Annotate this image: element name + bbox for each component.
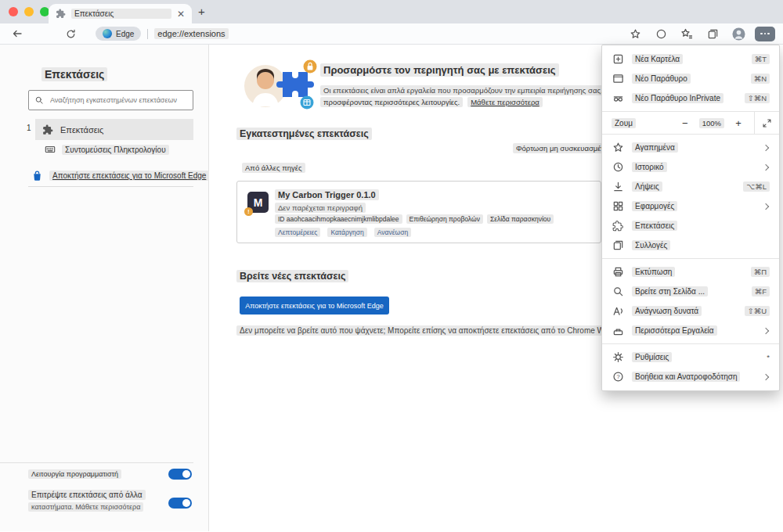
menu-item-label: Νέο Παράθυρο InPrivate	[632, 93, 723, 103]
toolbar-right-icons	[626, 25, 775, 42]
zoom-label: Ζουμ	[612, 118, 636, 128]
extension-id-row: ID aaohcaacihmopkaaecnimjkmlibpdalee Επι…	[275, 214, 554, 224]
menu-item-label: Συλλογές	[632, 240, 670, 250]
background-page-link[interactable]: Σελίδα παρασκηνίου	[487, 214, 554, 224]
learn-more-link[interactable]: Μάθετε περισσότερα	[467, 97, 543, 107]
submenu-arrow-icon	[763, 203, 769, 209]
get-extensions-button[interactable]: Αποκτήστε επεκτάσεις για το Microsoft Ed…	[240, 297, 389, 315]
allow-other-stores-label: Επιτρέψτε επεκτάσεις από άλλα	[28, 490, 146, 500]
profile-avatar[interactable]	[729, 25, 748, 42]
extension-actions-row: Λεπτομέρειες Κατάργηση Ανανέωση	[275, 228, 411, 237]
back-button[interactable]	[8, 25, 27, 42]
menu-item-collections[interactable]: Συλλογές	[602, 235, 779, 255]
fullscreen-icon	[762, 118, 772, 128]
developer-mode-toggle[interactable]	[168, 469, 192, 480]
menu-item-read-aloud[interactable]: Ανάγνωση δυνατά ⇧⌘U	[602, 301, 779, 321]
menu-item-label: Λήψεις	[632, 182, 662, 192]
minimize-window-button[interactable]	[24, 7, 34, 16]
menu-shortcut: ⌥⌘L	[743, 182, 770, 192]
new-window-icon	[612, 73, 624, 84]
printer-icon	[612, 266, 624, 278]
browser-toolbar: Edge edge://extensions	[0, 23, 783, 45]
menu-item-label: Περισσότερα Εργαλεία	[632, 325, 717, 336]
menu-shortcut: ⌘F	[752, 286, 770, 297]
menu-shortcut: ⇧⌘N	[745, 93, 770, 103]
browser-tab-extensions[interactable]: Επεκτάσεις ✕	[49, 4, 192, 23]
read-aloud-icon	[612, 305, 624, 317]
address-separator	[147, 29, 148, 39]
search-input[interactable]	[49, 95, 187, 105]
menu-item-label: Εκτύπωση	[632, 267, 675, 277]
search-icon	[34, 95, 44, 105]
more-tools-icon	[612, 325, 624, 336]
traffic-lights	[9, 7, 49, 16]
menu-item-help-and-feedback[interactable]: ? Βοήθεια και Ανατροφοδότηση	[602, 367, 779, 386]
add-favorite-star-icon[interactable]	[626, 25, 644, 42]
search-box[interactable]	[28, 90, 193, 110]
menu-item-label: Νέα Καρτέλα	[632, 54, 683, 64]
address-bar[interactable]: Edge edge://extensions	[96, 27, 626, 41]
sidebar-item-keyboard-shortcuts[interactable]: Συντομεύσεις Πληκτρολογίου	[45, 144, 169, 155]
sidebar-title: Επεκτάσεις	[41, 67, 107, 81]
hero-title: Προσαρμόστε τον περιηγητή σας με επεκτάσ…	[320, 63, 559, 77]
url-text[interactable]: edge://extensions	[154, 28, 228, 39]
site-badge: Edge	[96, 27, 141, 41]
tab-title: Επεκτάσεις	[71, 9, 171, 19]
extensions-hero-illustration	[242, 56, 317, 113]
menu-item-apps[interactable]: Εφαρμογές	[602, 196, 779, 216]
close-window-button[interactable]	[9, 7, 18, 16]
favorites-star-icon	[612, 142, 624, 153]
menu-item-find-on-page[interactable]: Βρείτε στη Σελίδα ... ⌘F	[602, 282, 779, 301]
get-extensions-link[interactable]: Αποκτήστε επεκτάσεις για το Microsoft Ed…	[31, 170, 209, 182]
menu-item-new-inprivate-window[interactable]: Νέο Παράθυρο InPrivate ⇧⌘N	[602, 88, 779, 108]
reload-button[interactable]	[61, 25, 80, 42]
menu-item-settings[interactable]: Ρυθμίσεις *	[602, 347, 779, 367]
menu-item-downloads[interactable]: Λήψεις ⌥⌘L	[602, 177, 779, 196]
settings-update-badge: *	[767, 353, 770, 361]
menu-item-print[interactable]: Εκτύπωση ⌘Π	[602, 262, 779, 282]
menu-item-new-window[interactable]: Νέο Παράθυρο ⌘N	[602, 69, 779, 88]
inspect-views-link[interactable]: Επιθεώρηση προβολών	[406, 214, 483, 224]
history-clock-icon	[612, 161, 624, 173]
menu-shortcut: ⇧⌘U	[745, 306, 770, 316]
menu-separator	[602, 343, 779, 344]
sidebar-item-extensions[interactable]: Επεκτάσεις	[35, 119, 193, 140]
extension-monogram-letter: M	[254, 196, 263, 209]
favorites-icon[interactable]	[677, 25, 696, 42]
zoom-out-button[interactable]: −	[676, 112, 695, 135]
menu-item-favorites[interactable]: Αγαπημένα	[602, 138, 779, 157]
collections-icon	[612, 239, 624, 251]
menu-item-extensions[interactable]: Επεκτάσεις	[602, 216, 779, 235]
hero-subtitle-line1: Οι επεκτάσεις είναι απλά εργαλεία που πρ…	[320, 85, 606, 95]
keyboard-icon	[45, 144, 56, 155]
menu-item-history[interactable]: Ιστορικό	[602, 157, 779, 177]
submenu-arrow-icon	[763, 373, 769, 379]
inprivate-icon	[612, 92, 624, 104]
menu-shortcut: ⌘T	[752, 54, 770, 64]
tab-close-icon[interactable]: ✕	[177, 9, 185, 19]
tracking-prevention-icon[interactable]	[651, 25, 670, 42]
menu-item-new-tab[interactable]: Νέα Καρτέλα ⌘T	[602, 49, 779, 69]
extension-name: My Carbon Trigger 0.1.0	[275, 189, 379, 200]
menu-item-label: Ρυθμίσεις	[632, 352, 672, 362]
new-tab-button[interactable]: +	[198, 5, 205, 18]
find-magnifier-icon	[612, 286, 624, 297]
warning-badge-icon: !	[244, 207, 253, 216]
menu-separator	[602, 258, 779, 259]
fullscreen-button[interactable]	[754, 112, 779, 135]
sidebar-item-label: Συντομεύσεις Πληκτρολογίου	[62, 145, 169, 155]
reload-link[interactable]: Ανανέωση	[374, 228, 411, 237]
installed-extensions-heading: Εγκατεστημένες επεκτάσεις	[236, 128, 372, 140]
remove-link[interactable]: Κατάργηση	[327, 228, 366, 237]
new-tab-icon	[612, 53, 624, 65]
details-link[interactable]: Λεπτομέρειες	[275, 228, 320, 237]
menu-item-label: Ανάγνωση δυνατά	[632, 306, 702, 316]
settings-and-more-button[interactable]	[755, 27, 775, 41]
menu-item-label: Ιστορικό	[632, 162, 667, 172]
allow-other-stores-toggle[interactable]	[168, 498, 192, 509]
zoom-in-button[interactable]: +	[729, 112, 748, 135]
window-titlebar: Επεκτάσεις ✕ +	[0, 0, 783, 23]
menu-item-more-tools[interactable]: Περισσότερα Εργαλεία	[602, 321, 779, 340]
collections-icon[interactable]	[703, 25, 722, 42]
menu-item-label: Βρείτε στη Σελίδα ...	[632, 286, 708, 297]
